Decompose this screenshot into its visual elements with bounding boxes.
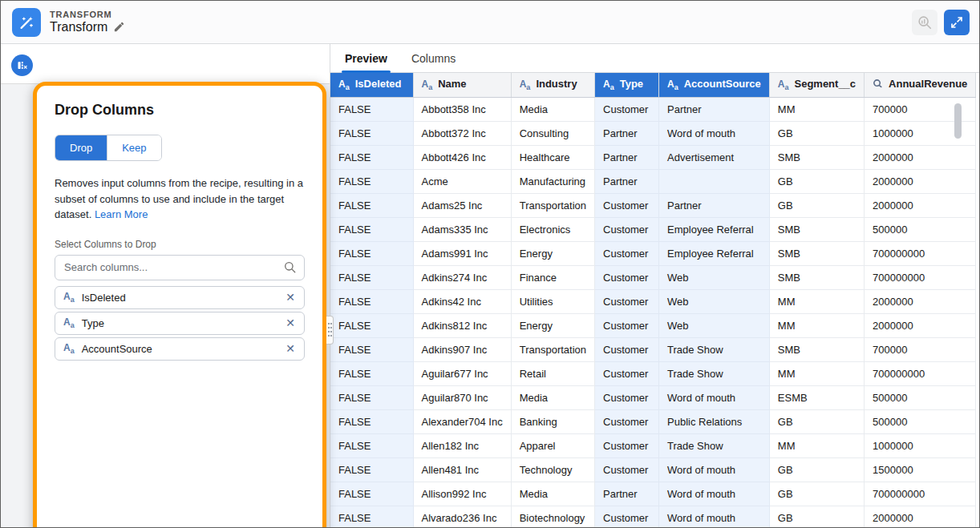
vertical-scrollbar-thumb[interactable] bbox=[954, 103, 962, 139]
table-cell: Word of mouth bbox=[659, 482, 770, 506]
column-search bbox=[55, 255, 305, 280]
tab-columns[interactable]: Columns bbox=[411, 44, 456, 72]
table-cell: FALSE bbox=[330, 457, 413, 482]
node-type-label: TRANSFORM bbox=[50, 10, 125, 20]
main-area: Preview Columns AaIsDeletedAaNameAaIndus… bbox=[1, 44, 979, 527]
table-cell: Abbott358 Inc bbox=[413, 97, 511, 121]
table-cell: ESMB bbox=[769, 385, 864, 409]
table-cell: FALSE bbox=[330, 409, 413, 433]
table-row: FALSEAbbott372 IncConsultingPartnerWord … bbox=[330, 121, 976, 145]
panel-description: Removes input columns from the recipe, r… bbox=[55, 175, 305, 223]
drop-columns-node-icon[interactable] bbox=[11, 54, 33, 76]
table-cell: MM bbox=[769, 289, 864, 313]
table-row: FALSEAdams991 IncEnergyCustomerEmployee … bbox=[330, 241, 976, 265]
drop-toggle-button[interactable]: Drop bbox=[55, 135, 107, 160]
column-header-segment__c[interactable]: AaSegment__c bbox=[769, 73, 864, 97]
table-cell: Retail bbox=[511, 361, 594, 385]
column-header-industry[interactable]: AaIndustry bbox=[511, 73, 594, 97]
table-cell: Partner bbox=[659, 97, 770, 121]
table-cell: Web bbox=[659, 289, 770, 313]
table-cell: FALSE bbox=[330, 121, 413, 145]
column-header-isdeleted[interactable]: AaIsDeleted bbox=[330, 73, 413, 97]
expand-button[interactable] bbox=[944, 10, 970, 35]
table-cell: Customer bbox=[595, 457, 659, 482]
preview-zoom-button[interactable] bbox=[912, 10, 937, 35]
table-cell: Adkins274 Inc bbox=[413, 265, 511, 289]
table-cell: GB bbox=[769, 193, 864, 217]
table-row: FALSEAbbott358 IncMediaCustomerPartnerMM… bbox=[330, 97, 976, 121]
text-type-icon: Aa bbox=[338, 79, 350, 90]
table-cell: Abbott372 Inc bbox=[413, 121, 511, 145]
remove-column-icon[interactable]: ✕ bbox=[285, 343, 296, 354]
table-cell: Word of mouth bbox=[659, 506, 770, 527]
remove-column-icon[interactable]: ✕ bbox=[285, 317, 296, 328]
panel-title: Drop Columns bbox=[55, 102, 305, 119]
table-cell: Allison992 Inc bbox=[413, 482, 511, 506]
table-cell: Healthcare bbox=[511, 145, 594, 169]
table-cell: SMB bbox=[769, 145, 864, 169]
table-row: FALSEAdams25 IncTransportationCustomerPa… bbox=[330, 193, 976, 217]
table-cell: Advertisement bbox=[659, 145, 770, 169]
table-cell: 700000 bbox=[865, 337, 976, 361]
table-row: FALSEAbbott426 IncHealthcarePartnerAdver… bbox=[330, 145, 976, 169]
table-cell: FALSE bbox=[330, 217, 413, 241]
table-cell: Media bbox=[511, 97, 594, 121]
table-cell: Customer bbox=[595, 289, 659, 313]
table-cell: Adkins42 Inc bbox=[413, 289, 511, 313]
column-header-annualrevenue[interactable]: AnnualRevenue bbox=[865, 73, 976, 97]
text-type-icon: Aa bbox=[63, 342, 75, 355]
table-cell: Energy bbox=[511, 241, 594, 265]
table-row: FALSEAdkins907 IncTransportationCustomer… bbox=[330, 337, 976, 361]
table-cell: Customer bbox=[595, 385, 659, 409]
table-cell: Technology bbox=[511, 457, 594, 482]
table-cell: FALSE bbox=[330, 169, 413, 193]
table-cell: Customer bbox=[595, 433, 659, 457]
learn-more-link[interactable]: Learn More bbox=[95, 208, 148, 220]
preview-table: AaIsDeletedAaNameAaIndustryAaTypeAaAccou… bbox=[330, 73, 976, 527]
tab-preview[interactable]: Preview bbox=[345, 44, 387, 72]
table-cell: Adams335 Inc bbox=[413, 217, 511, 241]
drop-columns-panel: Drop Columns Drop Keep Removes input col… bbox=[33, 82, 326, 528]
table-cell: 2000000 bbox=[865, 193, 976, 217]
panel-resize-handle[interactable] bbox=[326, 316, 334, 345]
keep-toggle-button[interactable]: Keep bbox=[107, 135, 160, 160]
table-cell: Customer bbox=[595, 265, 659, 289]
selected-column-name: AccountSource bbox=[82, 343, 285, 355]
table-row: FALSEAlvarado236 IncBiotechnologyCustome… bbox=[330, 506, 976, 527]
table-cell: 2000000 bbox=[865, 145, 976, 169]
text-type-icon: Aa bbox=[667, 79, 678, 90]
column-header-label: Type bbox=[620, 78, 643, 90]
table-cell: Trade Show bbox=[659, 361, 770, 385]
column-header-accountsource[interactable]: AaAccountSource bbox=[659, 73, 770, 97]
table-cell: Adkins907 Inc bbox=[413, 337, 511, 361]
table-cell: FALSE bbox=[330, 385, 413, 409]
column-header-label: Industry bbox=[536, 78, 577, 90]
table-cell: FALSE bbox=[330, 289, 413, 313]
table-cell: Word of mouth bbox=[659, 385, 770, 409]
magic-wand-icon bbox=[18, 14, 35, 31]
table-row: FALSEAllen481 IncTechnologyCustomerWord … bbox=[330, 457, 976, 482]
table-cell: Media bbox=[511, 385, 594, 409]
search-icon bbox=[283, 260, 298, 278]
edit-pencil-icon[interactable] bbox=[113, 21, 125, 33]
expand-arrows-icon bbox=[950, 15, 964, 30]
column-header-label: AnnualRevenue bbox=[889, 78, 967, 90]
table-row: FALSEAdkins812 IncEnergyCustomerWebMM200… bbox=[330, 313, 976, 337]
remove-column-icon[interactable]: ✕ bbox=[285, 292, 296, 303]
table-cell: 500000 bbox=[865, 217, 976, 241]
column-header-name[interactable]: AaName bbox=[413, 73, 511, 97]
text-type-icon: Aa bbox=[422, 79, 433, 90]
table-cell: Trade Show bbox=[659, 337, 770, 361]
table-cell bbox=[659, 169, 770, 193]
table-cell: Alexander704 Inc bbox=[413, 409, 511, 433]
search-columns-input[interactable] bbox=[55, 255, 305, 280]
drop-columns-glyph-icon bbox=[16, 59, 28, 71]
table-cell: FALSE bbox=[330, 433, 413, 457]
column-header-type[interactable]: AaType bbox=[595, 73, 659, 97]
table-cell: GB bbox=[769, 409, 864, 433]
table-cell: Alvarado236 Inc bbox=[413, 506, 511, 527]
selected-column-chip: AaType✕ bbox=[55, 312, 305, 335]
table-cell: Customer bbox=[595, 337, 659, 361]
table-cell: Partner bbox=[659, 193, 770, 217]
table-cell: Aguilar870 Inc bbox=[413, 385, 511, 409]
